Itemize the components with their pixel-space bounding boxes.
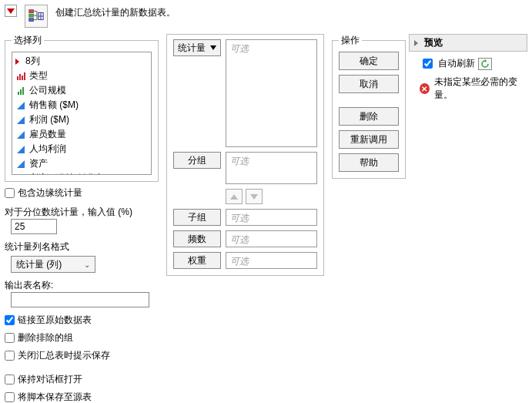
- include-marginal-checkbox[interactable]: [5, 188, 15, 198]
- colname-format-value: 统计量 (列): [16, 258, 62, 271]
- roles-fieldset: 统计量 可选 分组 可选 子组 可选: [166, 34, 324, 276]
- preview-disclosure-icon: [414, 40, 418, 46]
- expand-icon: [15, 59, 19, 65]
- statistics-label: 统计量: [178, 42, 206, 55]
- group-button[interactable]: 分组: [173, 152, 221, 169]
- blue-tri-icon: [15, 146, 26, 153]
- select-columns-legend: 选择列: [12, 34, 44, 47]
- list-item[interactable]: 利润 ($M): [12, 113, 151, 127]
- actions-fieldset: 操作 确定 取消 删除 重新调用 帮助: [332, 34, 406, 179]
- refresh-button[interactable]: [478, 58, 492, 70]
- keep-open-label: 保持对话框打开: [18, 373, 82, 386]
- column-count-label: 8列: [25, 55, 40, 68]
- list-item[interactable]: 雇员数量: [12, 127, 151, 142]
- placeholder-text: 可选: [230, 42, 249, 55]
- column-list[interactable]: 8列 类型公司规模销售额 ($M)利润 ($M)雇员数量人均利润资产利润百分比/…: [12, 52, 152, 175]
- group-drop-area[interactable]: 可选: [226, 152, 317, 184]
- triangle-down-icon: [250, 194, 258, 200]
- triangle-down-icon: [7, 8, 15, 14]
- blue-tri-icon: [15, 175, 26, 176]
- help-button[interactable]: 帮助: [339, 153, 399, 172]
- list-item-label: 雇员数量: [29, 128, 66, 141]
- ok-button[interactable]: 确定: [339, 52, 399, 70]
- placeholder-text: 可选: [230, 212, 249, 225]
- statistics-drop-area[interactable]: 可选: [226, 39, 317, 147]
- svg-rect-2: [29, 18, 34, 22]
- error-message: 未指定某些必需的变量。: [434, 76, 527, 102]
- keep-open-checkbox[interactable]: [5, 374, 15, 385]
- list-item-label: 类型: [29, 69, 48, 82]
- placeholder-text: 可选: [230, 233, 249, 247]
- freq-drop-area[interactable]: 可选: [226, 230, 317, 247]
- description-text: 创建汇总统计量的新数据表。: [55, 5, 176, 19]
- list-item[interactable]: 类型: [12, 69, 151, 83]
- list-item[interactable]: 公司规模: [12, 83, 151, 98]
- disclosure-toggle[interactable]: [5, 5, 17, 17]
- red-bars-icon: [15, 72, 26, 80]
- statistics-button[interactable]: 统计量: [173, 39, 221, 56]
- output-name-input[interactable]: [11, 292, 149, 307]
- delete-excluded-checkbox[interactable]: [5, 333, 15, 343]
- list-item[interactable]: 资产: [12, 156, 151, 171]
- link-original-label: 链接至原始数据表: [18, 314, 92, 327]
- delete-button[interactable]: 删除: [339, 107, 399, 126]
- cancel-button[interactable]: 取消: [339, 75, 399, 93]
- subgroup-button[interactable]: 子组: [173, 209, 221, 226]
- list-item-label: 公司规模: [29, 84, 66, 97]
- refresh-icon: [480, 59, 490, 69]
- quantile-label: 对于分位数统计量，输入值 (%): [5, 206, 159, 219]
- link-original-checkbox[interactable]: [5, 315, 15, 325]
- freq-button[interactable]: 频数: [173, 230, 221, 247]
- actions-legend: 操作: [339, 34, 362, 47]
- preview-title: 预览: [424, 36, 443, 49]
- list-item[interactable]: 利润百分比/销售额: [12, 171, 151, 175]
- weight-button[interactable]: 权重: [173, 252, 221, 269]
- list-item[interactable]: 人均利润: [12, 142, 151, 156]
- weight-drop-area[interactable]: 可选: [226, 252, 317, 269]
- menu-triangle-icon: [210, 45, 216, 50]
- blue-tri-icon: [15, 160, 26, 168]
- colname-format-combo[interactable]: 统计量 (列) ⌄: [11, 256, 95, 273]
- list-item-label: 利润百分比/销售额: [29, 172, 105, 175]
- blue-tri-icon: [15, 131, 26, 139]
- output-name-label: 输出表名称:: [5, 279, 159, 292]
- save-script-label: 将脚本保存至源表: [18, 391, 92, 403]
- include-marginal-label: 包含边缘统计量: [18, 186, 82, 200]
- delete-excluded-label: 删除排除的组: [18, 331, 73, 344]
- select-columns-fieldset: 选择列 8列 类型公司规模销售额 ($M)利润 ($M)雇员数量人均利润资产利润…: [5, 34, 159, 182]
- list-item-label: 人均利润: [29, 143, 66, 156]
- list-item[interactable]: 销售额 ($M): [12, 98, 151, 113]
- quantile-input[interactable]: [11, 219, 57, 234]
- list-item-label: 销售额 ($M): [29, 99, 79, 112]
- prompt-save-checkbox[interactable]: [5, 351, 15, 361]
- colname-format-label: 统计量列名格式: [5, 240, 159, 254]
- blue-tri-icon: [15, 102, 26, 109]
- blue-tri-icon: [15, 116, 26, 124]
- recall-button[interactable]: 重新调用: [339, 130, 399, 149]
- move-up-button[interactable]: [226, 189, 243, 204]
- list-item-label: 资产: [29, 157, 48, 170]
- list-item-label: 利润 ($M): [29, 113, 69, 126]
- chevron-down-icon: ⌄: [84, 260, 90, 269]
- prompt-save-label: 关闭汇总表时提示保存: [18, 349, 110, 362]
- green-bars-icon: [15, 87, 26, 95]
- summary-table-icon: [25, 5, 48, 28]
- error-icon: ✕: [420, 83, 430, 94]
- preview-header[interactable]: 预览: [409, 34, 527, 52]
- auto-refresh-label: 自动刷新: [438, 57, 475, 70]
- svg-rect-0: [29, 10, 34, 13]
- triangle-up-icon: [230, 194, 238, 200]
- save-script-checkbox[interactable]: [5, 392, 15, 402]
- column-count-row[interactable]: 8列: [12, 54, 151, 69]
- move-down-button[interactable]: [246, 189, 263, 204]
- placeholder-text: 可选: [230, 155, 249, 168]
- subgroup-drop-area[interactable]: 可选: [226, 209, 317, 226]
- svg-rect-1: [29, 14, 34, 17]
- auto-refresh-checkbox[interactable]: [423, 59, 433, 69]
- placeholder-text: 可选: [230, 255, 249, 268]
